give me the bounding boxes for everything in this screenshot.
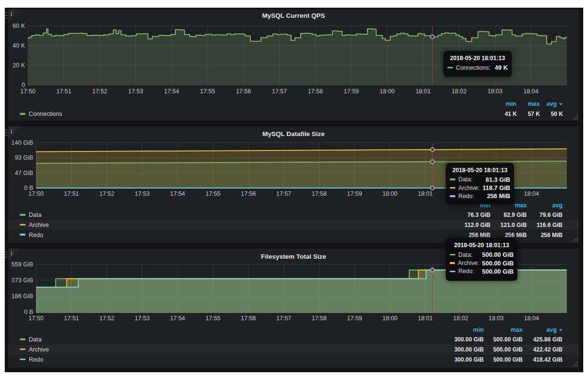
svg-text:i: i [11,11,12,17]
svg-text:i: i [11,128,12,135]
svg-text:i: i [11,250,12,257]
